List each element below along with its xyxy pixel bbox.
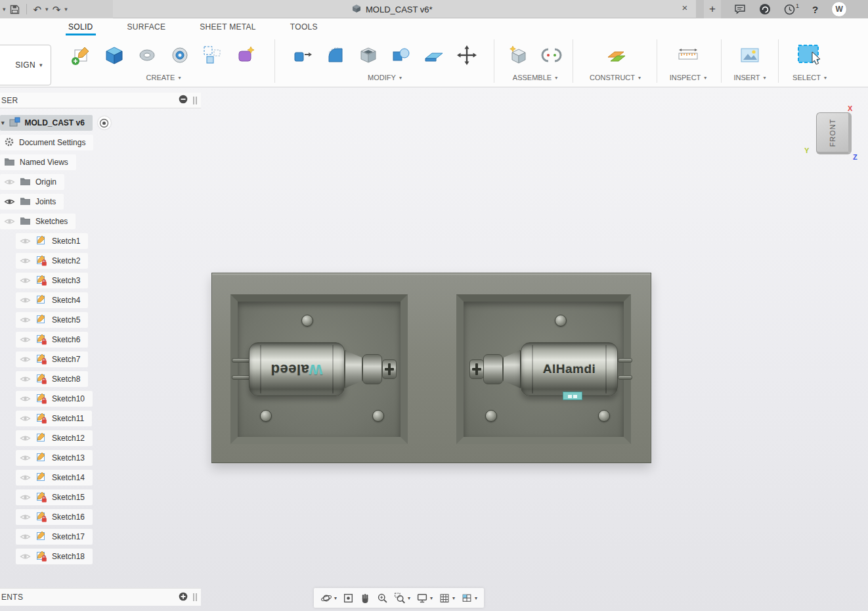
browser-item-origin[interactable]: Origin — [0, 174, 64, 190]
visibility-eye-off-icon[interactable] — [20, 415, 31, 422]
comments-panel-header[interactable]: ENTS — [0, 588, 201, 606]
orbit-button[interactable]: ▾ — [320, 593, 337, 604]
shell-button[interactable] — [355, 41, 381, 70]
visibility-eye-off-icon[interactable] — [20, 375, 31, 383]
browser-item-document-settings[interactable]: Document Settings — [0, 135, 93, 150]
tab-solid[interactable]: SOLID — [66, 19, 96, 35]
browser-item-joints[interactable]: Joints — [0, 194, 64, 210]
look-at-button[interactable] — [343, 593, 354, 604]
visibility-eye-off-icon[interactable] — [20, 296, 31, 304]
ejector-pin[interactable] — [485, 410, 497, 422]
ejector-pin[interactable] — [555, 315, 567, 327]
group-label-inspect[interactable]: INSPECT ▾ — [659, 74, 718, 81]
undo-caret-icon[interactable]: ▾ — [45, 6, 49, 12]
redo-caret-icon[interactable]: ▾ — [64, 6, 68, 12]
visibility-eye-off-icon[interactable] — [4, 217, 15, 225]
sketch-row[interactable]: Sketch8 — [16, 371, 88, 387]
view-cube[interactable]: FRONT — [816, 112, 852, 154]
expand-caret-icon[interactable]: ▾ — [1, 120, 5, 126]
sketch-row[interactable]: Sketch14 — [16, 470, 93, 486]
group-label-select[interactable]: SELECT ▾ — [781, 74, 838, 81]
move-copy-button[interactable] — [454, 41, 480, 70]
visibility-eye-off-icon[interactable] — [4, 178, 15, 186]
sketch-row[interactable]: Sketch4 — [16, 292, 88, 308]
browser-root-row[interactable]: ▾ MOLD_CAST v6 — [0, 115, 93, 131]
file-menu-caret-icon[interactable]: ▾ — [3, 6, 6, 12]
insert-canvas-button[interactable] — [737, 41, 763, 70]
visibility-eye-off-icon[interactable] — [20, 513, 31, 521]
measure-button[interactable] — [675, 41, 701, 70]
visibility-eye-off-icon[interactable] — [20, 237, 31, 245]
visibility-eye-off-icon[interactable] — [20, 454, 31, 462]
group-label-modify[interactable]: MODIFY ▾ — [279, 74, 490, 81]
activate-component-radio[interactable] — [98, 116, 111, 129]
pan-button[interactable] — [360, 593, 371, 604]
ejector-pin[interactable] — [598, 410, 610, 422]
group-label-assemble[interactable]: ASSEMBLE ▾ — [500, 74, 570, 81]
sketch-row[interactable]: Sketch15 — [16, 489, 93, 505]
construct-plane-button[interactable] — [602, 41, 628, 70]
visibility-eye-off-icon[interactable] — [20, 474, 31, 482]
display-settings-button[interactable]: ▾ — [416, 593, 433, 604]
sketch-row[interactable]: Sketch10 — [16, 391, 93, 407]
press-pull-button[interactable] — [290, 41, 316, 70]
redo-icon[interactable]: ↷ — [53, 5, 61, 14]
sketch-row[interactable]: Sketch11 — [16, 411, 92, 426]
zoom-window-button[interactable]: ▾ — [394, 593, 410, 604]
collapse-panel-icon[interactable] — [179, 95, 188, 106]
ejector-pin[interactable] — [260, 410, 272, 422]
avatar[interactable]: W — [831, 1, 847, 17]
mold-cavity-right[interactable]: AlHamdi — [456, 294, 631, 444]
visibility-eye-off-icon[interactable] — [20, 553, 31, 560]
pattern-button[interactable] — [200, 41, 226, 70]
combine-button[interactable] — [388, 41, 414, 70]
sketch-row[interactable]: Sketch18 — [16, 549, 93, 564]
panel-resize-grip[interactable] — [193, 593, 197, 601]
sketch-row[interactable]: Sketch3 — [16, 273, 88, 288]
part-alhamdi-body[interactable]: AlHamdi — [521, 342, 618, 396]
part-alhamdi[interactable]: AlHamdi — [469, 341, 632, 397]
sketch-row[interactable]: Sketch16 — [16, 509, 93, 525]
part-waleed[interactable]: Waleed — [232, 341, 395, 397]
help-icon[interactable]: ? — [812, 4, 818, 15]
browser-panel-header[interactable]: SER — [0, 93, 201, 108]
visibility-eye-off-icon[interactable] — [20, 257, 31, 265]
visibility-eye-off-icon[interactable] — [20, 336, 31, 344]
browser-item-named-views[interactable]: Named Views — [0, 154, 76, 170]
new-tab-button[interactable]: + — [704, 0, 721, 18]
sketch-row[interactable]: Sketch13 — [16, 450, 93, 466]
ejector-pin[interactable] — [372, 410, 384, 422]
save-icon[interactable] — [10, 5, 20, 14]
visibility-eye-off-icon[interactable] — [20, 316, 31, 324]
new-component-button[interactable] — [506, 41, 532, 70]
tab-sheet-metal[interactable]: SHEET METAL — [197, 19, 259, 35]
group-label-insert[interactable]: INSERT ▾ — [724, 74, 776, 81]
sketch-row[interactable]: Sketch12 — [16, 430, 93, 446]
job-status-icon[interactable]: 1 — [784, 4, 799, 15]
document-tab[interactable]: MOLD_CAST v6* — [352, 0, 433, 18]
undo-icon[interactable]: ↶ — [33, 5, 42, 14]
extrude-button[interactable] — [101, 41, 127, 70]
visibility-eye-off-icon[interactable] — [20, 493, 31, 501]
assistant-icon[interactable] — [759, 3, 771, 15]
group-label-create[interactable]: CREATE ▾ — [56, 74, 271, 81]
viewports-button[interactable]: ▾ — [461, 593, 477, 604]
revolve-button[interactable] — [134, 41, 160, 70]
grid-layout-button[interactable]: ▾ — [439, 593, 455, 604]
close-tab-icon[interactable]: × — [678, 2, 691, 13]
fillet-button[interactable] — [322, 41, 349, 70]
visibility-eye-off-icon[interactable] — [20, 533, 31, 541]
browser-item-sketches[interactable]: Sketches — [0, 214, 76, 229]
joint-button[interactable] — [538, 41, 565, 70]
mold-cavity-left[interactable]: Waleed — [230, 294, 408, 444]
visibility-eye-off-icon[interactable] — [20, 355, 31, 363]
visibility-eye-off-icon[interactable] — [20, 434, 31, 442]
visibility-eye-off-icon[interactable] — [20, 395, 31, 403]
select-button[interactable] — [794, 41, 825, 70]
sketch-row[interactable]: Sketch17 — [16, 529, 93, 545]
panel-resize-grip[interactable] — [193, 97, 197, 104]
zoom-button[interactable] — [377, 593, 388, 604]
sketch-row[interactable]: Sketch2 — [16, 253, 88, 269]
visibility-eye-icon[interactable] — [4, 198, 15, 206]
create-sketch-button[interactable] — [68, 41, 95, 70]
